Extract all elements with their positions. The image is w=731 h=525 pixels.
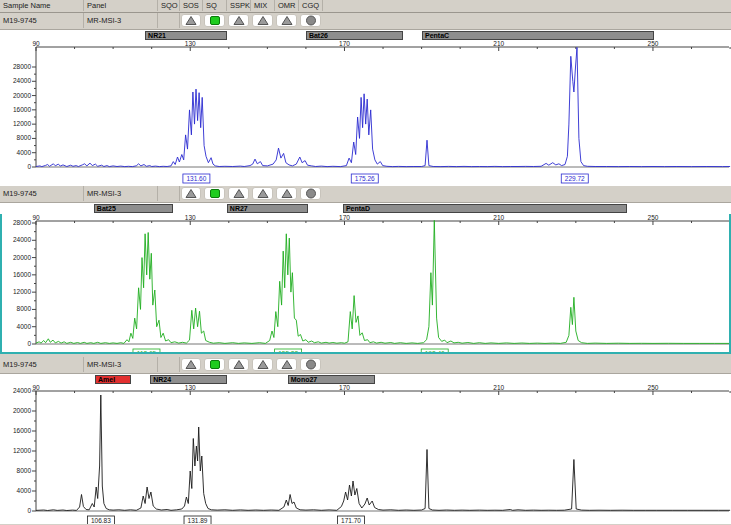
y-axis-tick-label: 20000 xyxy=(13,407,31,414)
y-axis-tick-label: 12000 xyxy=(13,447,31,454)
marker-range-bar: Bat25 xyxy=(94,204,173,213)
sample-name-cell: M19-9745 xyxy=(0,357,84,372)
column-header-row: Sample Name Panel SQO SOS SQ SSPK MIX OM… xyxy=(0,0,731,13)
mix-flag-button[interactable] xyxy=(252,358,273,371)
omr-flag-button[interactable] xyxy=(276,358,297,371)
header-cgq: CGQ xyxy=(299,0,323,11)
electropherogram-plot[interactable]: 9013017021025004000800012000160002000024… xyxy=(0,41,731,187)
y-axis-tick-label: 12000 xyxy=(13,288,31,295)
triangle-icon xyxy=(281,359,293,370)
genotyping-analysis-window: Sample Name Panel SQO SOS SQ SSPK MIX OM… xyxy=(0,0,731,525)
marker-range-bar: Bat26 xyxy=(306,31,403,40)
header-sos: SOS xyxy=(180,0,203,11)
triangle-icon xyxy=(257,188,269,199)
omr-flag-button[interactable] xyxy=(276,14,297,27)
sos-flag-button[interactable] xyxy=(181,187,201,200)
x-axis-tick-label: 170 xyxy=(339,214,350,221)
y-axis-tick-label: 20000 xyxy=(13,254,31,261)
x-axis-tick-label: 250 xyxy=(648,41,659,47)
mix-flag-button[interactable] xyxy=(252,14,273,27)
triangle-icon xyxy=(257,15,269,26)
triangle-icon xyxy=(281,15,293,26)
sspk-flag-button[interactable] xyxy=(228,358,249,371)
sq-flag-button[interactable] xyxy=(204,358,225,371)
cgq-flag-button[interactable] xyxy=(300,14,321,27)
y-axis-tick-label: 4000 xyxy=(17,149,32,156)
circle-icon xyxy=(305,359,317,370)
sample-row[interactable]: M19-9745MR-MSI-3 xyxy=(0,357,731,374)
y-axis-tick-label: 28000 xyxy=(13,63,31,70)
sample-trace-panel[interactable]: M19-9745MR-MSI-3NR21Bat26PentaC901301702… xyxy=(0,13,731,187)
marker-range-bar: Amel xyxy=(95,375,131,384)
sample-row[interactable]: M19-9745MR-MSI-3 xyxy=(0,13,731,30)
y-axis-tick-label: 24000 xyxy=(13,387,31,394)
y-axis-tick-label: 24000 xyxy=(13,236,31,243)
peak-size-label: 175.26 xyxy=(355,175,375,182)
peak-size-label: 171.70 xyxy=(341,517,361,524)
x-axis-tick-label: 250 xyxy=(648,214,659,221)
marker-bar-row: NR21Bat26PentaC xyxy=(0,30,731,41)
peak-size-label: 131.89 xyxy=(188,517,208,524)
mix-flag-button[interactable] xyxy=(252,187,273,200)
y-axis-tick-label: 12000 xyxy=(13,120,31,127)
header-sspk: SSPK xyxy=(227,0,251,11)
panel-name-cell: MR-MSI-3 xyxy=(84,357,158,372)
y-axis-tick-label: 4000 xyxy=(17,323,32,330)
sos-flag-button[interactable] xyxy=(181,358,201,371)
marker-range-bar: PentaC xyxy=(422,31,654,40)
header-omr: OMR xyxy=(275,0,299,11)
marker-range-bar: Mono27 xyxy=(288,375,375,384)
sqo-empty-cell xyxy=(158,13,180,28)
y-axis-tick-label: 8000 xyxy=(17,305,32,312)
triangle-icon xyxy=(233,188,245,199)
triangle-icon xyxy=(233,359,245,370)
y-axis-tick-label: 0 xyxy=(27,340,31,347)
green-square-icon xyxy=(209,15,221,26)
triangle-icon xyxy=(257,359,269,370)
peak-size-label: 193.40 xyxy=(425,350,445,354)
panel-name-cell: MR-MSI-3 xyxy=(84,186,158,201)
header-panel: Panel xyxy=(84,0,158,11)
sspk-flag-button[interactable] xyxy=(228,187,249,200)
y-axis-tick-label: 4000 xyxy=(17,487,32,494)
marker-range-bar: NR21 xyxy=(145,31,227,40)
header-sqo: SQO xyxy=(158,0,180,11)
sample-trace-panel[interactable]: M19-9745MR-MSI-3AmelNR24Mono279013017021… xyxy=(0,357,731,524)
triangle-icon xyxy=(185,359,197,370)
sqo-empty-cell xyxy=(158,357,180,372)
x-axis-tick-label: 170 xyxy=(339,385,350,391)
sspk-flag-button[interactable] xyxy=(228,14,249,27)
peak-size-label: 155.38 xyxy=(278,350,298,354)
sos-flag-button[interactable] xyxy=(181,14,201,27)
y-axis-tick-label: 8000 xyxy=(17,134,32,141)
sample-row[interactable]: M19-9745MR-MSI-3 xyxy=(0,186,731,203)
header-sq: SQ xyxy=(203,0,227,11)
y-axis-tick-label: 8000 xyxy=(17,467,32,474)
header-mix: MIX xyxy=(251,0,275,11)
sample-trace-panel[interactable]: M19-9745MR-MSI-3Bat25NR27PentaD901301702… xyxy=(0,186,731,354)
green-square-icon xyxy=(209,359,221,370)
peak-size-label: 118.65 xyxy=(137,350,157,354)
sq-flag-button[interactable] xyxy=(204,187,225,200)
cgq-flag-button[interactable] xyxy=(300,187,321,200)
x-axis-tick-label: 210 xyxy=(493,385,504,391)
x-axis-tick-label: 130 xyxy=(185,385,196,391)
marker-range-bar: NR24 xyxy=(150,375,227,384)
marker-bar-row: AmelNR24Mono27 xyxy=(0,374,731,385)
omr-flag-button[interactable] xyxy=(276,187,297,200)
cgq-flag-button[interactable] xyxy=(300,358,321,371)
triangle-icon xyxy=(185,15,197,26)
x-axis-tick-label: 210 xyxy=(493,214,504,221)
marker-range-bar: NR27 xyxy=(227,204,308,213)
triangle-icon xyxy=(185,188,197,199)
x-axis-tick-label: 170 xyxy=(339,41,350,47)
x-axis-tick-label: 130 xyxy=(185,214,196,221)
electropherogram-plot[interactable]: 9013017021025004000800012000160002000024… xyxy=(0,214,731,354)
peak-size-label: 106.83 xyxy=(91,517,111,524)
sample-name-cell: M19-9745 xyxy=(0,13,84,28)
x-axis-tick-label: 90 xyxy=(32,41,40,47)
sq-flag-button[interactable] xyxy=(204,14,225,27)
electropherogram-plot[interactable]: 9013017021025004000800012000160002000024… xyxy=(0,385,731,524)
green-square-icon xyxy=(209,188,221,199)
y-axis-tick-label: 16000 xyxy=(13,271,31,278)
